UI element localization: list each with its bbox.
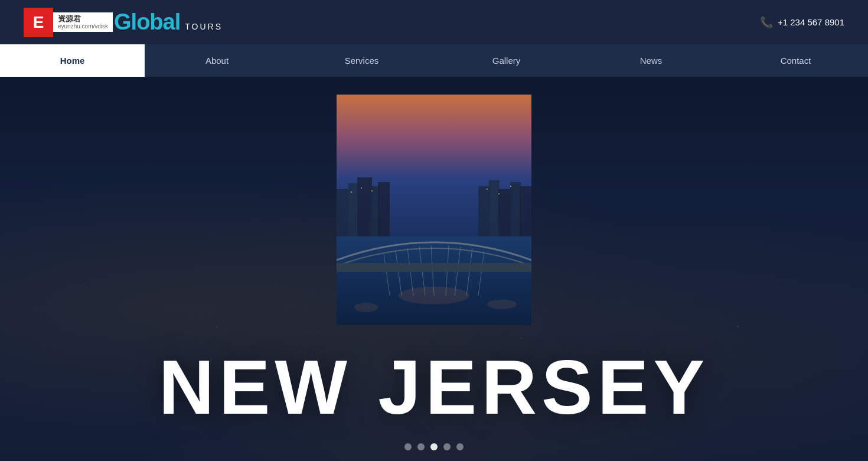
- svg-point-27: [371, 190, 373, 191]
- svg-point-30: [510, 186, 511, 187]
- carousel-dots: [0, 443, 868, 450]
- hero-section: NEW JERSEY: [0, 77, 868, 461]
- svg-rect-3: [348, 183, 357, 236]
- nav-item-news[interactable]: News: [579, 44, 723, 77]
- nav-item-services[interactable]: Services: [289, 44, 434, 77]
- carousel-dot-5[interactable]: [456, 443, 464, 450]
- phone-area: 📞 +1 234 567 8901: [760, 16, 844, 29]
- carousel-dot-2[interactable]: [417, 443, 425, 450]
- svg-rect-6: [378, 182, 390, 236]
- main-nav: Home About Services Gallery News Contact: [0, 44, 868, 77]
- svg-rect-9: [498, 189, 511, 236]
- logo-area: E 资源君 eyunzhu.com/vdisk Global TOURS: [24, 8, 223, 37]
- header: E 资源君 eyunzhu.com/vdisk Global TOURS 📞 +…: [0, 0, 868, 44]
- svg-point-28: [487, 189, 488, 190]
- nav-item-gallery[interactable]: Gallery: [434, 44, 579, 77]
- logo-badge-e: E: [24, 8, 53, 37]
- logo-chinese-text: 资源君: [58, 15, 108, 23]
- svg-point-24: [487, 300, 517, 309]
- nj-cityscape-svg: [337, 95, 531, 325]
- svg-point-29: [498, 193, 500, 194]
- svg-rect-10: [510, 182, 521, 236]
- svg-rect-21: [337, 263, 531, 272]
- logo-sub-text: eyunzhu.com/vdisk: [58, 23, 108, 30]
- svg-rect-11: [520, 186, 531, 236]
- nj-image-inner: [337, 95, 531, 325]
- svg-point-23: [354, 303, 378, 312]
- nav-item-about[interactable]: About: [145, 44, 289, 77]
- carousel-dot-1[interactable]: [404, 443, 412, 450]
- logo-text-block: 资源君 eyunzhu.com/vdisk: [53, 12, 113, 32]
- carousel-dot-4[interactable]: [443, 443, 451, 450]
- svg-rect-7: [478, 186, 490, 236]
- hero-text-area: NEW JERSEY: [0, 349, 868, 426]
- phone-number: +1 234 567 8901: [778, 17, 844, 27]
- nj-image-box: [337, 95, 531, 325]
- nav-item-home[interactable]: Home: [0, 44, 145, 77]
- svg-point-26: [361, 187, 362, 189]
- logo-tours-text: TOURS: [185, 22, 223, 31]
- phone-icon: 📞: [760, 16, 773, 29]
- carousel-dot-3[interactable]: [430, 443, 438, 450]
- svg-rect-8: [489, 180, 500, 236]
- nav-item-contact[interactable]: Contact: [723, 44, 868, 77]
- hero-title: NEW JERSEY: [0, 349, 868, 426]
- svg-point-22: [399, 287, 469, 304]
- svg-point-25: [351, 191, 352, 193]
- logo-brand: Global TOURS: [114, 9, 223, 35]
- logo-global-text: Global: [114, 9, 180, 35]
- svg-rect-2: [337, 189, 348, 236]
